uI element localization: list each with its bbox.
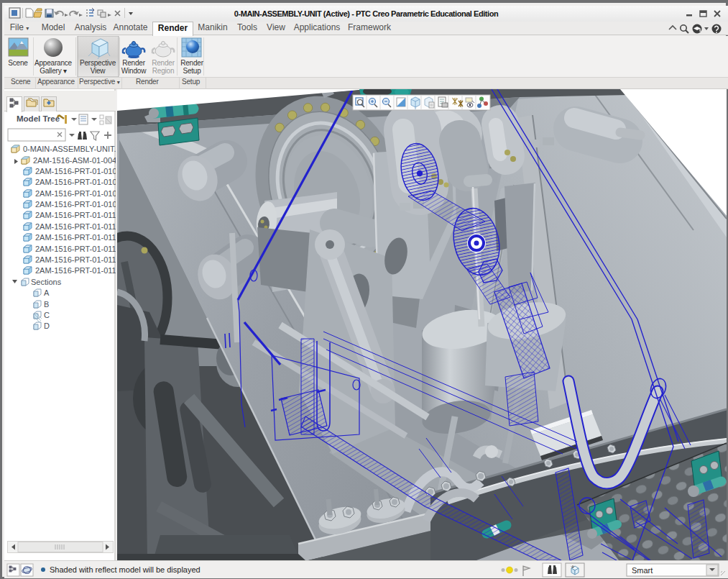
svg-text:Shaded with reflect model will: Shaded with reflect model will be displa… <box>50 565 201 574</box>
svg-text:Smart: Smart <box>632 566 653 575</box>
svg-text:B: B <box>44 300 49 309</box>
svg-text:View: View <box>91 67 106 75</box>
svg-text:2AM-1516-PRT-01-0107-00.PRT: 2AM-1516-PRT-01-0107-00.PRT <box>35 167 116 175</box>
svg-text:2AM-1516-PRT-01-0115-00.PRT: 2AM-1516-PRT-01-0115-00.PRT <box>35 266 116 275</box>
svg-text:A: A <box>44 288 50 297</box>
svg-text:D: D <box>44 322 50 330</box>
svg-text:0-MAIN-ASSEMBLY-UNIT.ASM: 0-MAIN-ASSEMBLY-UNIT.ASM <box>23 145 116 153</box>
svg-text:Appearance: Appearance <box>34 59 73 67</box>
svg-text:C: C <box>44 311 50 319</box>
svg-text:2AM-1516-PRT-01-0108-00.PRT: 2AM-1516-PRT-01-0108-00.PRT <box>35 189 116 198</box>
svg-text:Setup: Setup <box>183 67 201 75</box>
svg-text:2AM-1516-PRT-01-0109-00.PRT: 2AM-1516-PRT-01-0109-00.PRT <box>35 200 116 209</box>
svg-text:2AM-1516-PRT-01-0110-00.PRT: 2AM-1516-PRT-01-0110-00.PRT <box>35 211 116 219</box>
svg-text:Sections: Sections <box>31 278 62 286</box>
svg-text:2AM-1516-PRT-01-0111-00.PRT: 2AM-1516-PRT-01-0111-00.PRT <box>35 222 116 231</box>
svg-text:Perspective: Perspective <box>80 59 116 67</box>
svg-text:Render: Render <box>122 59 145 67</box>
svg-text:2AM-1516-ASM-01-0044-00: 2AM-1516-ASM-01-0044-00 <box>33 156 116 165</box>
svg-text:2AM-1516-PRT-01-0113-00.PRT: 2AM-1516-PRT-01-0113-00.PRT <box>35 245 116 253</box>
svg-text:Render: Render <box>180 59 203 67</box>
svg-text:Window: Window <box>121 67 147 75</box>
svg-text:Gallery ▾: Gallery ▾ <box>40 67 67 75</box>
svg-text:Region: Region <box>152 67 175 75</box>
svg-text:Render: Render <box>152 59 175 67</box>
svg-text:2AM-1516-PRT-01-0114-00.PRT: 2AM-1516-PRT-01-0114-00.PRT <box>35 255 116 264</box>
svg-text:2AM-1516-PRT-01-0112-00.PRT: 2AM-1516-PRT-01-0112-00.PRT <box>35 233 116 242</box>
svg-text:2AM-1516-PRT-01-0107-00.PRT: 2AM-1516-PRT-01-0107-00.PRT <box>35 178 116 186</box>
svg-text:Scene: Scene <box>8 59 28 67</box>
